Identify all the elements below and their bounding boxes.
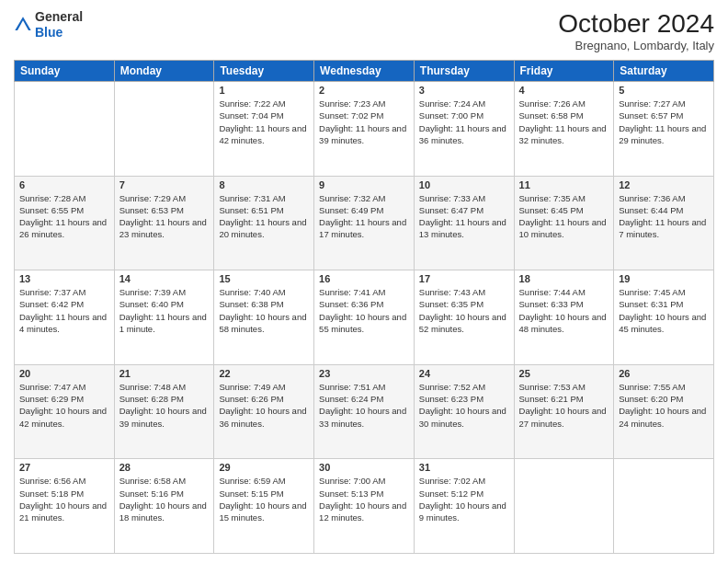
day-number: 21 (119, 368, 210, 379)
calendar-cell: 14Sunrise: 7:39 AM Sunset: 6:40 PM Dayli… (114, 270, 214, 365)
col-header-wednesday: Wednesday (314, 61, 415, 82)
logo-icon (14, 16, 32, 34)
day-number: 12 (619, 179, 709, 190)
calendar-cell: 6Sunrise: 7:28 AM Sunset: 6:55 PM Daylig… (15, 176, 115, 270)
calendar-cell: 9Sunrise: 7:32 AM Sunset: 6:49 PM Daylig… (314, 176, 415, 270)
day-info: Sunrise: 7:02 AM Sunset: 5:12 PM Dayligh… (419, 475, 509, 523)
day-info: Sunrise: 7:49 AM Sunset: 6:26 PM Dayligh… (219, 381, 309, 430)
calendar-cell: 22Sunrise: 7:49 AM Sunset: 6:26 PM Dayli… (214, 364, 314, 459)
calendar-table: SundayMondayTuesdayWednesdayThursdayFrid… (14, 60, 714, 554)
calendar-cell: 10Sunrise: 7:33 AM Sunset: 6:47 PM Dayli… (414, 176, 514, 270)
calendar-cell: 30Sunrise: 7:00 AM Sunset: 5:13 PM Dayli… (314, 459, 415, 554)
calendar-cell: 4Sunrise: 7:26 AM Sunset: 6:58 PM Daylig… (514, 82, 614, 177)
calendar-cell: 12Sunrise: 7:36 AM Sunset: 6:44 PM Dayli… (614, 176, 714, 270)
day-info: Sunrise: 7:26 AM Sunset: 6:58 PM Dayligh… (519, 98, 609, 146)
day-number: 19 (619, 273, 709, 284)
calendar-cell (514, 459, 614, 554)
day-number: 22 (219, 368, 309, 379)
day-info: Sunrise: 7:35 AM Sunset: 6:45 PM Dayligh… (519, 192, 609, 241)
day-info: Sunrise: 7:47 AM Sunset: 6:29 PM Dayligh… (19, 381, 109, 430)
col-header-tuesday: Tuesday (214, 61, 314, 82)
col-header-friday: Friday (514, 61, 614, 82)
subtitle: Bregnano, Lombardy, Italy (558, 39, 714, 52)
day-info: Sunrise: 7:00 AM Sunset: 5:13 PM Dayligh… (319, 475, 409, 523)
day-number: 25 (519, 368, 609, 379)
day-info: Sunrise: 7:28 AM Sunset: 6:55 PM Dayligh… (19, 192, 109, 241)
day-info: Sunrise: 6:56 AM Sunset: 5:18 PM Dayligh… (19, 475, 109, 523)
day-number: 30 (319, 462, 409, 473)
calendar-cell: 26Sunrise: 7:55 AM Sunset: 6:20 PM Dayli… (614, 364, 714, 459)
day-number: 14 (119, 273, 210, 284)
calendar-cell: 31Sunrise: 7:02 AM Sunset: 5:12 PM Dayli… (414, 459, 514, 554)
calendar-cell: 16Sunrise: 7:41 AM Sunset: 6:36 PM Dayli… (314, 270, 415, 365)
day-number: 11 (519, 179, 609, 190)
day-info: Sunrise: 7:55 AM Sunset: 6:20 PM Dayligh… (619, 381, 709, 430)
calendar-cell (114, 82, 214, 177)
day-number: 13 (19, 273, 109, 284)
day-info: Sunrise: 7:53 AM Sunset: 6:21 PM Dayligh… (519, 381, 609, 430)
day-number: 27 (19, 462, 109, 473)
day-number: 10 (419, 179, 509, 190)
day-info: Sunrise: 7:27 AM Sunset: 6:57 PM Dayligh… (619, 98, 709, 146)
calendar-cell: 18Sunrise: 7:44 AM Sunset: 6:33 PM Dayli… (514, 270, 614, 365)
day-info: Sunrise: 7:51 AM Sunset: 6:24 PM Dayligh… (319, 381, 409, 430)
day-number: 31 (419, 462, 509, 473)
calendar-cell: 28Sunrise: 6:58 AM Sunset: 5:16 PM Dayli… (114, 459, 214, 554)
day-number: 1 (219, 85, 309, 96)
day-info: Sunrise: 7:43 AM Sunset: 6:35 PM Dayligh… (419, 286, 509, 335)
logo-blue-text: Blue (35, 25, 63, 40)
calendar-cell: 17Sunrise: 7:43 AM Sunset: 6:35 PM Dayli… (414, 270, 514, 365)
day-number: 5 (619, 85, 709, 96)
logo-text: General Blue (35, 9, 83, 40)
calendar-cell: 1Sunrise: 7:22 AM Sunset: 7:04 PM Daylig… (214, 82, 314, 177)
day-info: Sunrise: 7:32 AM Sunset: 6:49 PM Dayligh… (319, 192, 409, 241)
calendar-cell: 3Sunrise: 7:24 AM Sunset: 7:00 PM Daylig… (414, 82, 514, 177)
calendar-header-row: SundayMondayTuesdayWednesdayThursdayFrid… (15, 61, 714, 82)
page: General Blue October 2024 Bregnano, Lomb… (0, 0, 728, 563)
day-number: 26 (619, 368, 709, 379)
calendar-cell: 20Sunrise: 7:47 AM Sunset: 6:29 PM Dayli… (15, 364, 115, 459)
day-number: 29 (219, 462, 309, 473)
day-info: Sunrise: 7:23 AM Sunset: 7:02 PM Dayligh… (319, 98, 409, 146)
day-info: Sunrise: 6:59 AM Sunset: 5:15 PM Dayligh… (219, 475, 309, 523)
day-info: Sunrise: 7:37 AM Sunset: 6:42 PM Dayligh… (19, 286, 109, 335)
title-block: October 2024 Bregnano, Lombardy, Italy (558, 9, 714, 52)
day-info: Sunrise: 7:29 AM Sunset: 6:53 PM Dayligh… (119, 192, 210, 241)
day-number: 17 (419, 273, 509, 284)
header: General Blue October 2024 Bregnano, Lomb… (14, 9, 714, 52)
calendar-cell: 15Sunrise: 7:40 AM Sunset: 6:38 PM Dayli… (214, 270, 314, 365)
day-info: Sunrise: 7:39 AM Sunset: 6:40 PM Dayligh… (119, 286, 210, 335)
calendar-cell: 29Sunrise: 6:59 AM Sunset: 5:15 PM Dayli… (214, 459, 314, 554)
calendar-cell: 25Sunrise: 7:53 AM Sunset: 6:21 PM Dayli… (514, 364, 614, 459)
day-number: 18 (519, 273, 609, 284)
day-number: 4 (519, 85, 609, 96)
day-number: 15 (219, 273, 309, 284)
calendar-cell: 2Sunrise: 7:23 AM Sunset: 7:02 PM Daylig… (314, 82, 415, 177)
calendar-cell: 27Sunrise: 6:56 AM Sunset: 5:18 PM Dayli… (15, 459, 115, 554)
logo-general-text: General (35, 9, 83, 24)
main-title: October 2024 (558, 9, 714, 39)
calendar-cell: 19Sunrise: 7:45 AM Sunset: 6:31 PM Dayli… (614, 270, 714, 365)
calendar-cell: 23Sunrise: 7:51 AM Sunset: 6:24 PM Dayli… (314, 364, 415, 459)
week-row-1: 6Sunrise: 7:28 AM Sunset: 6:55 PM Daylig… (15, 176, 714, 270)
day-info: Sunrise: 7:41 AM Sunset: 6:36 PM Dayligh… (319, 286, 409, 335)
day-number: 20 (19, 368, 109, 379)
day-number: 28 (119, 462, 210, 473)
calendar-cell: 8Sunrise: 7:31 AM Sunset: 6:51 PM Daylig… (214, 176, 314, 270)
calendar-cell (15, 82, 115, 177)
day-number: 9 (319, 179, 409, 190)
calendar-cell: 5Sunrise: 7:27 AM Sunset: 6:57 PM Daylig… (614, 82, 714, 177)
day-number: 23 (319, 368, 409, 379)
day-info: Sunrise: 7:52 AM Sunset: 6:23 PM Dayligh… (419, 381, 509, 430)
day-info: Sunrise: 7:48 AM Sunset: 6:28 PM Dayligh… (119, 381, 210, 430)
day-info: Sunrise: 7:31 AM Sunset: 6:51 PM Dayligh… (219, 192, 309, 241)
day-number: 24 (419, 368, 509, 379)
day-info: Sunrise: 7:40 AM Sunset: 6:38 PM Dayligh… (219, 286, 309, 335)
col-header-sunday: Sunday (15, 61, 115, 82)
day-info: Sunrise: 7:22 AM Sunset: 7:04 PM Dayligh… (219, 98, 309, 146)
day-info: Sunrise: 7:33 AM Sunset: 6:47 PM Dayligh… (419, 192, 509, 241)
week-row-3: 20Sunrise: 7:47 AM Sunset: 6:29 PM Dayli… (15, 364, 714, 459)
calendar-cell: 11Sunrise: 7:35 AM Sunset: 6:45 PM Dayli… (514, 176, 614, 270)
day-info: Sunrise: 7:44 AM Sunset: 6:33 PM Dayligh… (519, 286, 609, 335)
day-number: 8 (219, 179, 309, 190)
